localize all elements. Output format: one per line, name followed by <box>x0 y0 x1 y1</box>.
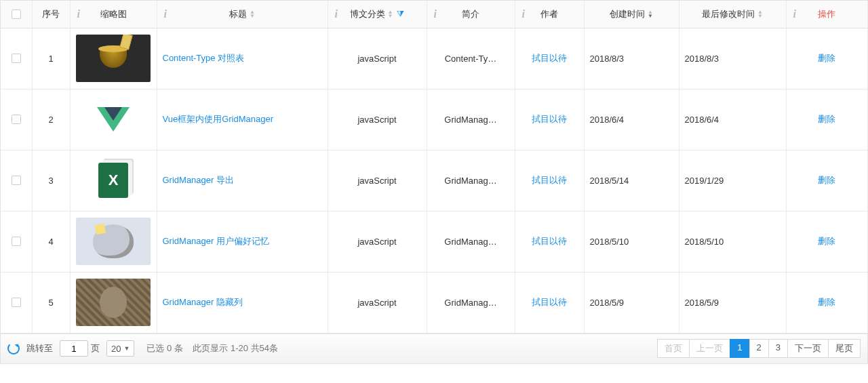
intro-text: GridManag… <box>444 176 496 186</box>
intro-text: GridManag… <box>444 115 496 125</box>
title-link[interactable]: Content-Type 对照表 <box>163 52 245 64</box>
intro-text: GridManag… <box>444 298 496 308</box>
col-created-label: 创建时间 <box>610 8 645 20</box>
select-all-checkbox[interactable] <box>12 9 21 19</box>
info-icon[interactable]: i <box>793 8 796 20</box>
author-link[interactable]: 拭目以待 <box>532 235 567 247</box>
col-title-label: 标题 <box>229 8 247 20</box>
delete-button[interactable]: 删除 <box>818 174 835 186</box>
page-input[interactable] <box>60 340 88 357</box>
delete-button[interactable]: 删除 <box>818 235 835 247</box>
info-icon[interactable]: i <box>434 8 437 20</box>
row-index: 4 <box>48 237 53 247</box>
title-link[interactable]: GridManager 用户偏好记忆 <box>163 235 269 247</box>
created-text: 2018/5/9 <box>590 298 625 308</box>
thumbnail <box>76 279 151 326</box>
col-action-label: 操作 <box>818 8 835 20</box>
table-row: 1 Content-Type 对照表 javaScript Content-Ty… <box>1 28 867 89</box>
col-intro-label: 简介 <box>462 8 479 20</box>
col-index-label: 序号 <box>42 8 60 20</box>
delete-button[interactable]: 删除 <box>818 52 835 64</box>
table-row: 4 GridManager 用户偏好记忆 javaScript GridMana… <box>1 211 867 272</box>
modified-text: 2018/6/4 <box>685 115 719 125</box>
row-checkbox[interactable] <box>12 176 21 185</box>
created-text: 2018/5/10 <box>590 237 629 247</box>
filter-icon[interactable]: ⧩ <box>397 9 404 20</box>
caret-down-icon: ▼ <box>123 345 130 352</box>
page-size-select[interactable]: 20 ▼ <box>106 340 134 357</box>
delete-button[interactable]: 删除 <box>818 296 835 308</box>
sort-icon[interactable]: ▲▼ <box>388 10 393 18</box>
row-index: 5 <box>48 298 53 308</box>
table-row: 5 GridManager 隐藏列 javaScript GridManag… … <box>1 272 867 333</box>
delete-button[interactable]: 删除 <box>818 113 835 125</box>
row-index: 2 <box>48 115 53 125</box>
col-modified-label: 最后修改时间 <box>702 8 755 20</box>
row-checkbox[interactable] <box>12 237 21 246</box>
row-checkbox[interactable] <box>12 54 21 63</box>
info-icon[interactable]: i <box>164 8 167 20</box>
title-link[interactable]: Vue框架内使用GridManager <box>163 113 274 125</box>
first-page-button[interactable]: 首页 <box>657 339 690 358</box>
category-text: javaScript <box>357 54 396 64</box>
sort-icon[interactable]: ▲▼ <box>757 10 763 18</box>
category-text: javaScript <box>357 176 396 186</box>
page-unit: 页 <box>91 342 100 355</box>
row-index: 3 <box>48 176 53 186</box>
pager: 首页 上一页 1 2 3 下一页 尾页 <box>658 339 861 358</box>
title-link[interactable]: GridManager 隐藏列 <box>163 296 243 308</box>
thumbnail <box>76 218 151 265</box>
author-link[interactable]: 拭目以待 <box>532 296 567 308</box>
thumbnail <box>76 35 151 82</box>
modified-text: 2019/1/29 <box>685 176 724 186</box>
author-link[interactable]: 拭目以待 <box>532 174 567 186</box>
page-number-button[interactable]: 1 <box>730 339 749 358</box>
col-author-label: 作者 <box>540 8 558 20</box>
page-size-value: 20 <box>111 344 121 354</box>
col-thumb-label: 缩略图 <box>100 8 127 20</box>
next-page-button[interactable]: 下一页 <box>787 339 829 358</box>
row-checkbox[interactable] <box>12 115 21 124</box>
created-text: 2018/8/3 <box>590 54 625 64</box>
table-header-row: 序号 i缩略图 i标题▲▼ i博文分类▲▼⧩ i简介 i作者 创建时间▲▼ 最后… <box>1 1 867 28</box>
page-number-button[interactable]: 2 <box>749 339 769 358</box>
row-checkbox[interactable] <box>12 298 21 307</box>
intro-text: Content-Ty… <box>445 54 497 64</box>
grid-table: 序号 i缩略图 i标题▲▼ i博文分类▲▼⧩ i简介 i作者 创建时间▲▼ 最后… <box>0 0 868 334</box>
prev-page-button[interactable]: 上一页 <box>689 339 730 358</box>
table-row: 2 Vue框架内使用GridManager javaScript GridMan… <box>1 89 867 150</box>
info-icon[interactable]: i <box>335 8 338 20</box>
category-text: javaScript <box>357 115 396 125</box>
author-link[interactable]: 拭目以待 <box>532 52 567 64</box>
category-text: javaScript <box>357 237 396 247</box>
thumbnail <box>76 96 151 143</box>
selection-info: 已选 0 条 此页显示 1-20 共54条 <box>146 342 278 355</box>
row-index: 1 <box>48 54 53 64</box>
author-link[interactable]: 拭目以待 <box>532 113 567 125</box>
page-number-button[interactable]: 3 <box>768 339 788 358</box>
modified-text: 2018/5/10 <box>685 237 724 247</box>
intro-text: GridManag… <box>444 237 496 247</box>
thumbnail: X <box>76 157 151 204</box>
modified-text: 2018/8/3 <box>685 54 719 64</box>
table-footer: 跳转至 页 20 ▼ 已选 0 条 此页显示 1-20 共54条 首页 上一页 … <box>0 334 868 364</box>
modified-text: 2018/5/9 <box>685 298 719 308</box>
sort-icon[interactable]: ▲▼ <box>648 10 653 18</box>
table-row: 3 X GridManager 导出 javaScript GridManag…… <box>1 150 867 211</box>
refresh-icon[interactable] <box>7 342 20 355</box>
info-icon[interactable]: i <box>522 8 525 20</box>
created-text: 2018/5/14 <box>590 176 629 186</box>
created-text: 2018/6/4 <box>590 115 625 125</box>
jump-label: 跳转至 <box>26 342 53 355</box>
category-text: javaScript <box>357 298 396 308</box>
last-page-button[interactable]: 尾页 <box>828 339 861 358</box>
title-link[interactable]: GridManager 导出 <box>163 174 234 186</box>
col-category-label: 博文分类 <box>350 8 385 20</box>
sort-icon[interactable]: ▲▼ <box>250 10 255 18</box>
info-icon[interactable]: i <box>77 8 80 20</box>
